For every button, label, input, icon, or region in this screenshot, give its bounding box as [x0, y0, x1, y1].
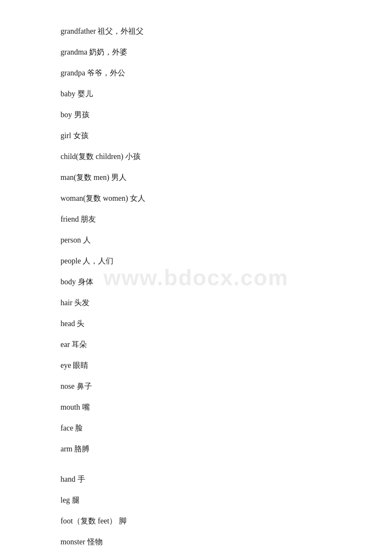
vocab-chinese: 头发: [74, 298, 89, 307]
vocab-chinese: 鼻子: [77, 382, 92, 390]
vocab-item: woman(复数 women) 女人: [61, 193, 331, 204]
vocab-english: mouth: [61, 403, 82, 411]
vocab-english: baby: [61, 90, 78, 98]
vocab-item: grandma 奶奶，外婆: [61, 46, 331, 58]
vocab-english: foot（复数 feet）: [61, 517, 119, 525]
vocab-english: girl: [61, 131, 73, 140]
vocab-item: ear 耳朵: [61, 339, 331, 350]
vocab-english: leg: [61, 496, 72, 504]
vocab-english: grandpa: [61, 69, 87, 77]
vocab-english: grandma: [61, 48, 89, 56]
vocab-english: boy: [61, 110, 74, 119]
vocab-item: mouth 嘴: [61, 402, 331, 413]
vocab-chinese: 脸: [75, 424, 83, 432]
vocab-item: grandfather 祖父，外祖父: [61, 26, 331, 37]
vocab-item: baby 婴儿: [61, 88, 331, 100]
vocab-chinese: 手: [78, 475, 85, 483]
vocab-item: man(复数 men) 男人: [61, 172, 331, 183]
vocab-item: hand 手: [61, 474, 331, 485]
vocab-list: grandfather 祖父，外祖父grandma 奶奶，外婆grandpa 爷…: [61, 26, 331, 555]
vocab-chinese: 人: [83, 236, 91, 244]
vocab-item: hair 头发: [61, 297, 331, 309]
vocab-chinese: 胳膊: [74, 445, 89, 453]
vocab-item: face 脸: [61, 422, 331, 434]
vocab-item: people 人，人们: [61, 255, 331, 267]
vocab-chinese: 婴儿: [78, 90, 93, 98]
vocab-chinese: 女人: [130, 194, 145, 202]
vocab-english: hand: [61, 475, 78, 483]
vocab-item: eye 眼睛: [61, 360, 331, 371]
vocab-item: body 身体: [61, 276, 331, 288]
vocab-item: person 人: [61, 234, 331, 246]
vocab-item: head 头: [61, 318, 331, 330]
vocab-chinese: 小孩: [125, 152, 141, 161]
vocab-chinese: 嘴: [82, 403, 90, 411]
vocab-chinese: 人，人们: [83, 257, 113, 265]
vocab-chinese: 脚: [119, 517, 127, 525]
vocab-item: arm 胳膊: [61, 443, 331, 455]
vocab-chinese: 奶奶，外婆: [89, 48, 127, 56]
vocab-english: face: [61, 424, 75, 432]
vocab-chinese: 女孩: [73, 131, 89, 140]
vocab-english: child(复数 children): [61, 152, 125, 161]
vocab-chinese: 身体: [78, 278, 93, 286]
vocab-chinese: 怪物: [87, 538, 103, 546]
vocab-chinese: 耳朵: [72, 340, 87, 349]
vocab-chinese: 腿: [72, 496, 80, 504]
vocab-chinese: 眼睛: [73, 361, 88, 370]
vocab-english: arm: [61, 445, 74, 453]
vocab-chinese: 男孩: [74, 110, 89, 119]
vocab-english: person: [61, 236, 83, 244]
vocab-item: friend 朋友: [61, 214, 331, 225]
vocab-english: people: [61, 257, 83, 265]
vocab-english: hair: [61, 298, 74, 307]
vocab-english: woman(复数 women): [61, 194, 130, 202]
vocab-chinese: 祖父，外祖父: [98, 27, 144, 35]
vocab-english: body: [61, 278, 78, 286]
vocab-item: foot（复数 feet） 脚: [61, 515, 331, 527]
page-container: www.bdocx.com grandfather 祖父，外祖父grandma …: [0, 0, 392, 555]
vocab-english: man(复数 men): [61, 173, 111, 182]
vocab-chinese: 头: [77, 319, 84, 328]
vocab-item: girl 女孩: [61, 130, 331, 142]
vocab-english: nose: [61, 382, 77, 390]
vocab-english: ear: [61, 340, 72, 349]
vocab-item: monster 怪物: [61, 536, 331, 548]
vocab-item: grandpa 爷爷，外公: [61, 67, 331, 79]
vocab-item: nose 鼻子: [61, 381, 331, 392]
vocab-english: monster: [61, 538, 87, 546]
vocab-english: grandfather: [61, 27, 98, 35]
vocab-english: head: [61, 319, 77, 328]
vocab-item: child(复数 children) 小孩: [61, 151, 331, 162]
vocab-chinese: 朋友: [81, 215, 96, 223]
vocab-item: leg 腿: [61, 494, 331, 506]
vocab-chinese: 爷爷，外公: [87, 69, 125, 77]
vocab-english: eye: [61, 361, 73, 370]
vocab-item: boy 男孩: [61, 109, 331, 121]
vocab-english: friend: [61, 215, 81, 223]
vocab-chinese: 男人: [111, 173, 127, 182]
